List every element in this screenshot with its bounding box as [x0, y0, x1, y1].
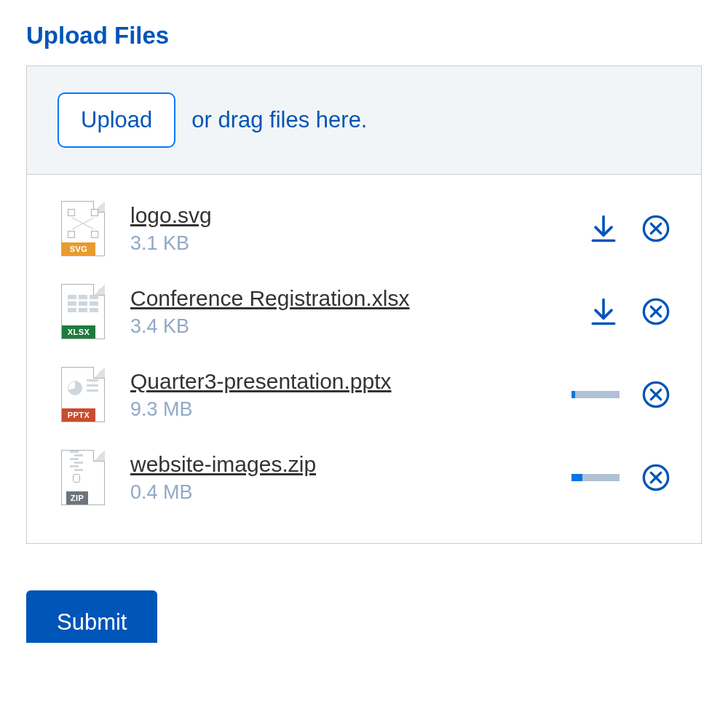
- upload-progress-fill: [571, 474, 582, 481]
- file-name-link[interactable]: logo.svg: [130, 203, 212, 228]
- file-pptx-icon: PPTX: [58, 367, 108, 422]
- file-svg-icon: SVG: [58, 201, 108, 256]
- download-button[interactable]: [587, 213, 620, 245]
- upload-button[interactable]: Upload: [58, 92, 175, 148]
- file-row: ZIP website-images.zip 0.4 MB: [27, 431, 701, 514]
- close-circle-icon: [641, 297, 670, 326]
- download-button[interactable]: [587, 296, 620, 328]
- cancel-button[interactable]: [641, 380, 670, 409]
- submit-button[interactable]: Submit: [26, 590, 157, 643]
- file-xlsx-icon: XLSX: [58, 284, 108, 339]
- file-name-link[interactable]: Conference Registration.xlsx: [130, 286, 410, 311]
- upload-progress: [571, 474, 620, 481]
- close-circle-icon: [641, 214, 670, 243]
- remove-button[interactable]: [641, 297, 670, 326]
- close-circle-icon: [641, 463, 670, 492]
- dropzone-instruction: or drag files here.: [191, 107, 367, 133]
- download-icon: [587, 213, 620, 245]
- download-icon: [587, 296, 620, 328]
- file-size-label: 3.4 KB: [130, 315, 566, 338]
- file-row: SVG logo.svg 3.1 KB: [27, 182, 701, 265]
- file-size-label: 3.1 KB: [130, 232, 566, 255]
- file-row: PPTX Quarter3-presentation.pptx 9.3 MB: [27, 348, 701, 431]
- file-name-link[interactable]: website-images.zip: [130, 452, 316, 477]
- file-size-label: 9.3 MB: [130, 398, 550, 421]
- upload-panel: Upload or drag files here. SVG logo.svg …: [26, 66, 702, 544]
- file-size-label: 0.4 MB: [130, 481, 550, 504]
- dropzone[interactable]: Upload or drag files here.: [27, 66, 701, 175]
- file-name-link[interactable]: Quarter3-presentation.pptx: [130, 369, 392, 394]
- page-title: Upload Files: [26, 22, 702, 50]
- file-list: SVG logo.svg 3.1 KB XLSX Conference Re: [27, 175, 701, 543]
- cancel-button[interactable]: [641, 463, 670, 492]
- remove-button[interactable]: [641, 214, 670, 243]
- upload-progress-fill: [571, 391, 575, 398]
- close-circle-icon: [641, 380, 670, 409]
- upload-progress: [571, 391, 620, 398]
- file-row: XLSX Conference Registration.xlsx 3.4 KB: [27, 265, 701, 348]
- file-zip-icon: ZIP: [58, 450, 108, 505]
